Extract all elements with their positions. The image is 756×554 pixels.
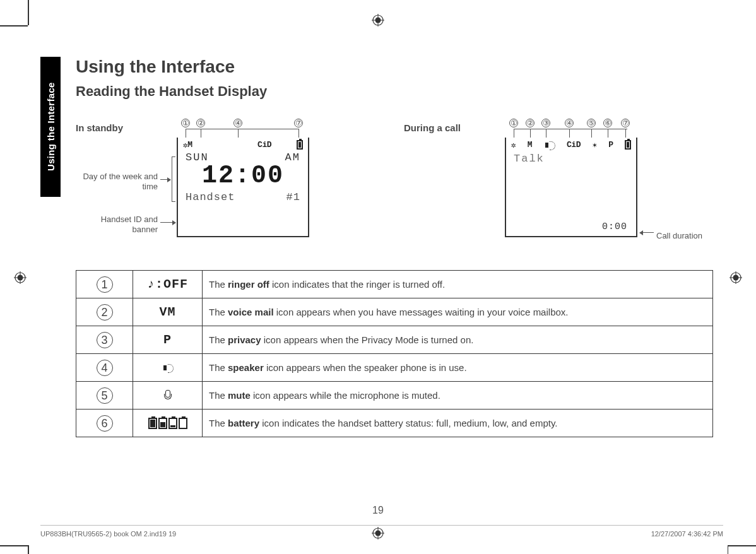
bell-icon: ✲	[511, 140, 516, 150]
legend-icon	[133, 410, 203, 437]
call-callouts: ① ② ③ ④ ⑤ ⑥ ⑦	[505, 119, 637, 138]
cropmark	[0, 545, 28, 546]
legend-number: 6	[76, 410, 133, 437]
voicemail-icon: M	[187, 140, 192, 150]
lcd-banner-label: Handset	[186, 191, 235, 203]
lcd-talk-label: Talk	[506, 150, 636, 167]
cropmark	[28, 545, 29, 554]
battery-icon	[297, 140, 303, 150]
legend-table: 1♪:OFFThe ringer off icon indicates that…	[76, 270, 713, 437]
callout-6: ⑥	[603, 119, 612, 127]
footer-timestamp: 12/27/2007 4:36:42 PM	[651, 530, 723, 538]
cropmark	[0, 25, 28, 27]
arrow-icon	[160, 179, 170, 180]
cropmark	[728, 545, 756, 546]
registration-mark-icon	[14, 271, 27, 284]
lcd-ampm: AM	[285, 151, 300, 163]
legend-number: 4	[76, 354, 133, 382]
legend-description: The privacy icon appears when the Privac…	[203, 326, 713, 354]
during-call-label: During a call	[404, 122, 461, 133]
arrow-icon	[160, 222, 175, 223]
callout-2: ②	[526, 119, 535, 127]
section-tab: Using the Interface	[40, 57, 61, 197]
bracket-icon	[172, 156, 175, 202]
battery-icon	[625, 140, 631, 150]
legend-number: 5	[76, 382, 133, 410]
annot-call-duration: Call duration	[656, 231, 719, 241]
callout-5: ⑤	[587, 119, 596, 127]
legend-description: The mute icon appears while the micropho…	[203, 382, 713, 410]
callout-3: ③	[541, 119, 550, 127]
registration-mark-icon	[729, 271, 742, 284]
page-title: Using the Interface	[76, 57, 713, 77]
legend-row: 6The battery icon indicates the handset …	[76, 410, 713, 437]
cropmark	[28, 0, 29, 25]
callout-2: ②	[196, 119, 205, 127]
legend-row: 2VMThe voice mail icon appears when you …	[76, 298, 713, 326]
lcd-duration: 0:00	[602, 221, 627, 232]
mute-icon: ✶	[592, 140, 596, 150]
legend-icon	[133, 354, 203, 382]
footer-filename: UP883BH(TRU9565-2) book OM 2.ind19 19	[40, 530, 176, 538]
legend-description: The ringer off icon indicates that the r…	[203, 271, 713, 298]
registration-mark-icon	[372, 14, 384, 27]
legend-number: 3	[76, 326, 133, 354]
voicemail-icon: M	[528, 140, 532, 150]
callout-4: ④	[233, 119, 242, 127]
callout-7: ⑦	[294, 119, 303, 127]
lcd-standby: ✲ M CiD SUN AM 12:00 Handset #1	[177, 138, 309, 237]
legend-description: The voice mail icon appears when you hav…	[203, 298, 713, 326]
legend-icon	[133, 382, 203, 410]
lcd-icon-row: ✲ M CiD	[178, 138, 308, 150]
call-display-group: During a call ① ② ③ ④ ⑤ ⑥ ⑦ ✲ M CiD ✶ P	[404, 119, 713, 251]
footer-divider	[40, 525, 723, 526]
legend-row: 5The mute icon appears while the microph…	[76, 382, 713, 410]
legend-number: 1	[76, 271, 133, 298]
lcd-banner-id: #1	[286, 191, 300, 203]
legend-description: The speaker icon appears when the speake…	[203, 354, 713, 382]
standby-label: In standby	[76, 122, 123, 133]
callout-7: ⑦	[621, 119, 630, 127]
cropmark	[728, 545, 729, 554]
legend-icon: ♪:OFF	[133, 271, 203, 298]
legend-row: 4The speaker icon appears when the speak…	[76, 354, 713, 382]
legend-icon: VM	[133, 298, 203, 326]
standby-callouts: ① ② ④ ⑦	[177, 119, 309, 138]
privacy-icon: P	[608, 140, 613, 150]
cid-icon: CiD	[257, 140, 271, 150]
lcd-time: 12:00	[178, 163, 308, 189]
callout-4: ④	[565, 119, 574, 127]
legend-number: 2	[76, 298, 133, 326]
cid-icon: CiD	[567, 140, 581, 150]
lcd-call: ✲ M CiD ✶ P Talk 0:00	[505, 138, 637, 237]
legend-icon: P	[133, 326, 203, 354]
legend-row: 3PThe privacy icon appears when the Priv…	[76, 326, 713, 354]
standby-display-group: In standby ① ② ④ ⑦ Day of the week and t…	[76, 119, 385, 251]
speaker-icon	[544, 140, 555, 150]
page-subtitle: Reading the Handset Display	[76, 83, 713, 100]
page-number: 19	[0, 505, 756, 516]
bell-icon: ✲	[183, 140, 187, 150]
annot-handset-id: Handset ID and banner	[82, 215, 158, 234]
legend-description: The battery icon indicates the handset b…	[203, 410, 713, 437]
callout-1: ①	[509, 119, 518, 127]
legend-row: 1♪:OFFThe ringer off icon indicates that…	[76, 271, 713, 298]
annot-day-time: Day of the week and time	[82, 172, 158, 191]
arrow-icon	[640, 232, 654, 233]
callout-1: ①	[181, 119, 190, 127]
lcd-icon-row: ✲ M CiD ✶ P	[506, 138, 636, 150]
